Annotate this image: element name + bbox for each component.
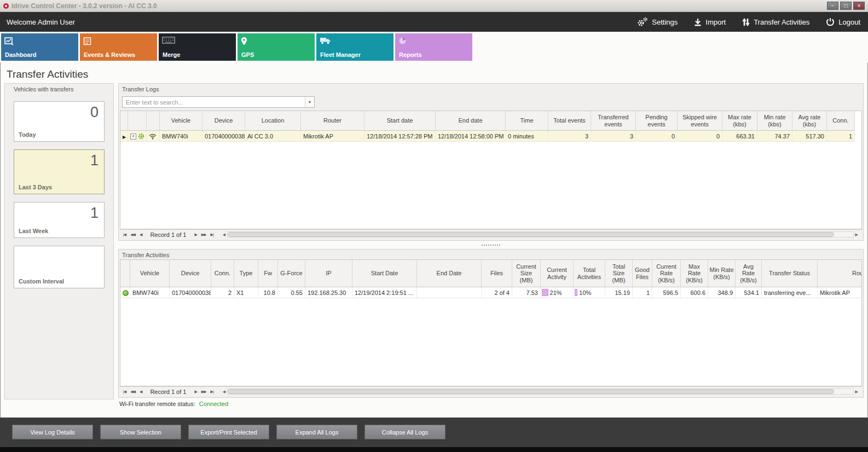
column-header-current-activity[interactable]: Current Activity xyxy=(541,260,574,287)
search-input[interactable] xyxy=(123,97,305,107)
window-titlebar[interactable]: Idrive Control Center - 3.0.2 version - … xyxy=(0,0,868,12)
scrollbar-thumb[interactable] xyxy=(228,389,834,394)
table-row[interactable]: BMW740i0170400000382X110.80.55192.168.25… xyxy=(120,287,862,298)
filter-card-custom-interval[interactable]: Custom Interval xyxy=(14,246,105,288)
first-record-button[interactable]: |◀ xyxy=(122,233,127,237)
panel-splitter[interactable] xyxy=(118,241,864,249)
scrollbar-thumb[interactable] xyxy=(228,232,834,237)
column-header-row-indicator[interactable] xyxy=(120,111,128,131)
horizontal-scrollbar[interactable] xyxy=(227,389,853,395)
column-header-start-date[interactable]: Start Date xyxy=(352,260,417,287)
column-header-transferred-events[interactable]: Transferred events xyxy=(591,111,636,131)
column-header-signal[interactable] xyxy=(147,111,160,131)
collapse-all-logs-button[interactable]: Collapse All Logs xyxy=(364,425,445,439)
import-button[interactable]: Import xyxy=(694,18,726,26)
column-header-avg-rate-kb-s[interactable]: Avg Rate (KB/s) xyxy=(736,260,762,287)
tile-gps[interactable]: GPS xyxy=(238,33,315,61)
expand-row-icon[interactable]: + xyxy=(130,134,136,140)
merge-keyboard-icon xyxy=(162,37,175,44)
column-header-good-files[interactable]: Good Files xyxy=(633,260,652,287)
row-arrow-cell: ▶ xyxy=(120,131,128,142)
settings-button[interactable]: Settings xyxy=(636,17,678,27)
today-count: 0 xyxy=(90,104,99,121)
scroll-left-button[interactable]: ◀ xyxy=(221,233,227,237)
last-record-button[interactable]: ▶| xyxy=(210,233,215,237)
prev-record-button[interactable]: ◀ xyxy=(138,233,143,237)
view-log-details-button[interactable]: View Log Details xyxy=(12,425,93,439)
column-header-max-rate-kbs[interactable]: Max rate (kbs) xyxy=(722,111,757,131)
column-header-device[interactable]: Device xyxy=(202,111,245,131)
column-header-min-rate-kbs[interactable]: Min rate (kbs) xyxy=(757,111,792,131)
tile-gps-label: GPS xyxy=(241,51,254,58)
column-header-total-events[interactable]: Total events xyxy=(548,111,591,131)
scroll-right-button[interactable]: ▶ xyxy=(854,390,860,394)
column-header-current-rate-kb-s[interactable]: Current Rate (KB/s) xyxy=(652,260,681,287)
column-header-current-size-mb[interactable]: Current Size (MB) xyxy=(512,260,541,287)
column-header-location[interactable]: Location xyxy=(245,111,301,131)
export-print-selected-button[interactable]: Export/Print Selected xyxy=(188,425,269,439)
scroll-left-button[interactable]: ◀ xyxy=(221,390,227,394)
last-record-button[interactable]: ▶| xyxy=(210,390,215,394)
column-header-total-activities[interactable]: Total Activities xyxy=(574,260,605,287)
column-header-router[interactable]: Router xyxy=(301,111,364,131)
column-header-start-date[interactable]: Start date xyxy=(364,111,436,131)
column-header-fw[interactable]: Fw xyxy=(258,260,278,287)
filter-card-last-week[interactable]: 1 Last Week xyxy=(14,202,105,238)
tile-merge[interactable]: Merge xyxy=(159,33,236,61)
column-header-router[interactable]: Router xyxy=(818,260,862,287)
column-header-avg-rate-kbs[interactable]: Avg rate (kbs) xyxy=(792,111,827,131)
tile-fleet-manager[interactable]: Fleet Manager xyxy=(316,33,394,61)
column-header-skipped-wire-events[interactable]: Skipped wire events xyxy=(678,111,722,131)
prev-record-button[interactable]: ◀ xyxy=(138,390,143,394)
column-header-status[interactable] xyxy=(120,260,130,287)
cell: 192.168.25.30 xyxy=(305,287,352,298)
minimize-button[interactable]: − xyxy=(827,2,838,10)
column-header-pending-events[interactable]: Pending events xyxy=(636,111,678,131)
column-header-max-rate-kb-s[interactable]: Max Rate (KB/s) xyxy=(681,260,708,287)
search-dropdown-button[interactable]: ▼ xyxy=(305,97,314,107)
fast-prev-button[interactable]: ◀◀ xyxy=(129,233,136,237)
show-selection-button[interactable]: Show Selection xyxy=(100,425,181,439)
column-header-ip[interactable]: IP xyxy=(305,260,352,287)
column-header-g-force[interactable]: G-Force xyxy=(278,260,305,287)
column-header-expand[interactable] xyxy=(128,111,147,131)
logout-button[interactable]: Logout xyxy=(826,18,860,26)
table-row[interactable]: ▶+BMW740i017040000038Al CC 3.0Mikrotik A… xyxy=(120,131,855,142)
tile-events-reviews[interactable]: Events & Reviews xyxy=(80,33,157,61)
filter-card-last-3-days[interactable]: 1 Last 3 Days xyxy=(14,149,105,194)
column-header-conn[interactable]: Conn. xyxy=(211,260,234,287)
next-record-button[interactable]: ▶ xyxy=(193,233,198,237)
expand-all-logs-button[interactable]: Expand All Logs xyxy=(276,425,357,439)
last-3-days-label: Last 3 Days xyxy=(19,184,52,190)
column-header-conn[interactable]: Conn. xyxy=(827,111,855,131)
fast-next-button[interactable]: ▶▶ xyxy=(200,233,207,237)
progress-label: 21% xyxy=(550,289,562,296)
cell xyxy=(417,287,482,298)
tile-dashboard[interactable]: Dashboard xyxy=(1,33,78,61)
next-record-button[interactable]: ▶ xyxy=(193,390,198,394)
horizontal-scrollbar[interactable] xyxy=(227,231,853,237)
scroll-right-button[interactable]: ▶ xyxy=(854,233,860,237)
fast-prev-button[interactable]: ◀◀ xyxy=(129,390,136,394)
column-header-type[interactable]: Type xyxy=(234,260,258,287)
fast-next-button[interactable]: ▶▶ xyxy=(200,390,207,394)
column-header-device[interactable]: Device xyxy=(170,260,211,287)
tile-reports[interactable]: Reports xyxy=(395,33,472,61)
column-header-files[interactable]: Files xyxy=(482,260,512,287)
filter-card-today[interactable]: 0 Today xyxy=(14,101,105,142)
column-header-vehicle[interactable]: Vehicle xyxy=(160,111,202,131)
column-header-total-size-mb[interactable]: Total Size (MB) xyxy=(605,260,633,287)
column-header-transfer-status[interactable]: Transfer Status xyxy=(762,260,818,287)
column-header-min-rate-kb-s[interactable]: Min Rate (KB/s) xyxy=(708,260,736,287)
transfer-logs-panel: Transfer Logs ▼ VehicleDeviceLocationRou… xyxy=(118,83,864,241)
close-button[interactable]: × xyxy=(853,2,865,10)
column-header-end-date[interactable]: End Date xyxy=(417,260,482,287)
tile-events-reviews-label: Events & Reviews xyxy=(84,51,135,58)
transfer-activities-button[interactable]: Transfer Activities xyxy=(742,18,809,26)
column-header-vehicle[interactable]: Vehicle xyxy=(130,260,170,287)
maximize-button[interactable]: □ xyxy=(840,2,852,10)
column-header-end-date[interactable]: End date xyxy=(436,111,506,131)
column-header-time[interactable]: Time xyxy=(506,111,548,131)
first-record-button[interactable]: |◀ xyxy=(122,390,127,394)
cell: X1 xyxy=(234,287,258,298)
